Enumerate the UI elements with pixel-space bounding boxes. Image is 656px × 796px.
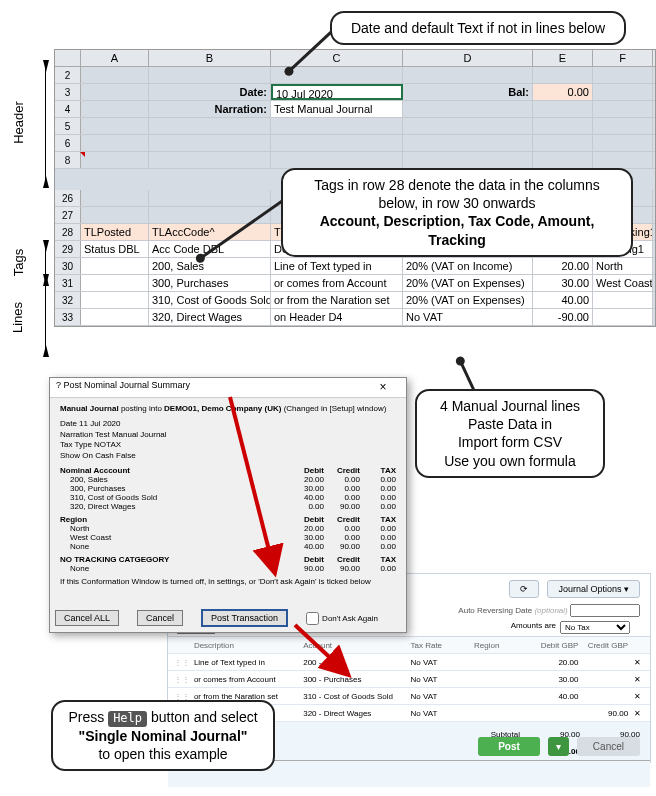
line0-trk[interactable]: North <box>593 258 653 274</box>
xr3-tax[interactable]: No VAT <box>411 709 475 718</box>
rowhdr-26[interactable]: 26 <box>55 190 81 206</box>
line2-acc[interactable]: 310, Cost of Goods Sold <box>149 292 271 308</box>
r-r0c0: North <box>70 524 288 533</box>
rowhdr-31[interactable]: 31 <box>55 275 81 291</box>
auto-rev-date-input[interactable] <box>570 604 640 617</box>
rowhdr-27[interactable]: 27 <box>55 207 81 223</box>
col-D[interactable]: D <box>403 50 533 66</box>
date-value[interactable]: 10 Jul 2020 <box>271 84 403 100</box>
line2-tax[interactable]: 20% (VAT on Expenses) <box>403 292 533 308</box>
rowhdr-28[interactable]: 28 <box>55 224 81 240</box>
line3-desc[interactable]: on Header D4 <box>271 309 403 325</box>
xr3-cred[interactable]: 90.00 <box>578 709 628 718</box>
line1-desc[interactable]: or comes from Account <box>271 275 403 291</box>
sec-acct-title: Nominal Acccount <box>60 466 288 475</box>
rowhdr-2[interactable]: 2 <box>55 67 81 83</box>
line3-acc[interactable]: 320, Direct Wages <box>149 309 271 325</box>
row-3: 3 Date: 10 Jul 2020 Bal: 0.00 <box>55 84 655 101</box>
xr1-acct[interactable]: 300 - Purchases <box>303 675 410 684</box>
post-transaction-button[interactable]: Post Transaction <box>201 609 288 627</box>
cancel-button[interactable]: Cancel <box>137 610 183 626</box>
xero-row-0[interactable]: ⋮⋮ Line of Text typed in 200 - Sales No … <box>168 654 650 671</box>
tag-posted[interactable]: TLPosted <box>81 224 149 240</box>
line0-acc[interactable]: 200, Sales <box>149 258 271 274</box>
rowhdr-4[interactable]: 4 <box>55 101 81 117</box>
callout-top-text: Date and default Text if not in lines be… <box>351 20 605 36</box>
dlg-company: DEMO01, Demo Company (UK) <box>164 404 281 413</box>
journal-options-button[interactable]: Journal Options ▾ <box>547 580 640 598</box>
xr2-tax[interactable]: No VAT <box>411 692 475 701</box>
a-r2c1: 40.00 <box>288 493 324 502</box>
line2-trk[interactable] <box>593 292 653 308</box>
rowhdr-32[interactable]: 32 <box>55 292 81 308</box>
xcol-tax: Tax Rate <box>411 641 475 650</box>
xr3-acct[interactable]: 320 - Direct Wages <box>303 709 410 718</box>
xr0-deb[interactable]: 20.00 <box>529 658 579 667</box>
rowhdr-8[interactable]: 8 <box>55 152 81 168</box>
xr1-desc[interactable]: or comes from Account <box>192 675 303 684</box>
post-summary-dialog: ? Post Nominal Journal Summary × Manual … <box>49 377 407 633</box>
cancel-all-button[interactable]: Cancel ALL <box>55 610 119 626</box>
amounts-select[interactable]: No Tax <box>560 621 630 634</box>
callout-tags-l3: Account, Description, Tax Code, Amount, … <box>297 212 617 248</box>
close-icon[interactable]: × <box>366 380 400 395</box>
line3-trk[interactable] <box>593 309 653 325</box>
line0-tax[interactable]: 20% (VAT on Income) <box>403 258 533 274</box>
xr0-tax[interactable]: No VAT <box>411 658 475 667</box>
delete-row-icon[interactable]: ✕ <box>628 675 646 684</box>
col-E[interactable]: E <box>533 50 593 66</box>
delete-row-icon[interactable]: ✕ <box>628 658 646 667</box>
line2-amt[interactable]: 40.00 <box>533 292 593 308</box>
xr0-desc[interactable]: Line of Text typed in <box>192 658 303 667</box>
line0-amt[interactable]: 20.00 <box>533 258 593 274</box>
n-r0c1: 90.00 <box>288 564 324 573</box>
line1-trk[interactable]: West Coast <box>593 275 653 291</box>
callout-journal-l3: Import form CSV <box>431 433 589 451</box>
drag-handle-icon[interactable]: ⋮⋮ <box>172 658 192 667</box>
xr1-tax[interactable]: No VAT <box>411 675 475 684</box>
col-B[interactable]: B <box>149 50 271 66</box>
line1-tax[interactable]: 20% (VAT on Expenses) <box>403 275 533 291</box>
col-C[interactable]: C <box>271 50 403 66</box>
rowhdr-3[interactable]: 3 <box>55 84 81 100</box>
xero-row-1[interactable]: ⋮⋮ or comes from Account 300 - Purchases… <box>168 671 650 688</box>
col-debit3: Debit <box>288 555 324 564</box>
dlg-intro-end: (Changed in [Setup] window) <box>281 404 386 413</box>
delete-row-icon[interactable]: ✕ <box>628 709 646 718</box>
line1-acc[interactable]: 300, Purchases <box>149 275 271 291</box>
delete-row-icon[interactable]: ✕ <box>628 692 646 701</box>
drag-handle-icon[interactable]: ⋮⋮ <box>172 675 192 684</box>
rowhdr-30[interactable]: 30 <box>55 258 81 274</box>
line0-desc[interactable]: Line of Text typed in <box>271 258 403 274</box>
bal-value[interactable]: 0.00 <box>533 84 593 100</box>
a-r3c1: 0.00 <box>288 502 324 511</box>
hdr-status[interactable]: Status DBL <box>81 241 149 257</box>
rowhdr-29[interactable]: 29 <box>55 241 81 257</box>
xcol-desc: Description <box>192 641 303 650</box>
xr2-acct[interactable]: 310 - Cost of Goods Sold <box>303 692 410 701</box>
r-r0c3: 0.00 <box>360 524 396 533</box>
a-r0c1: 20.00 <box>288 475 324 484</box>
tag-acccode[interactable]: TLAccCode^ <box>149 224 271 240</box>
line2-desc[interactable]: or from the Naration set <box>271 292 403 308</box>
narration-value[interactable]: Test Manual Journal <box>271 101 403 117</box>
cancel-button-xero[interactable]: Cancel <box>577 737 640 756</box>
rowhdr-6[interactable]: 6 <box>55 135 81 151</box>
col-F[interactable]: F <box>593 50 653 66</box>
a-r2c0: 310, Cost of Goods Sold <box>70 493 288 502</box>
xr0-acct[interactable]: 200 - Sales <box>303 658 410 667</box>
line1-amt[interactable]: 30.00 <box>533 275 593 291</box>
dont-ask-again-checkbox[interactable]: Don't Ask Again <box>306 612 378 625</box>
col-A[interactable]: A <box>81 50 149 66</box>
line3-amt[interactable]: -90.00 <box>533 309 593 325</box>
xr1-deb[interactable]: 30.00 <box>529 675 579 684</box>
rowhdr-5[interactable]: 5 <box>55 118 81 134</box>
unknown-icon-button[interactable]: ⟳ <box>509 580 539 598</box>
xr2-deb[interactable]: 40.00 <box>529 692 579 701</box>
callout-help-prefix: Press <box>68 709 108 725</box>
rowhdr-33[interactable]: 33 <box>55 309 81 325</box>
col-debit2: Debit <box>288 515 324 524</box>
post-button[interactable]: Post <box>478 737 540 756</box>
post-dropdown-button[interactable]: ▾ <box>548 737 569 756</box>
line3-tax[interactable]: No VAT <box>403 309 533 325</box>
